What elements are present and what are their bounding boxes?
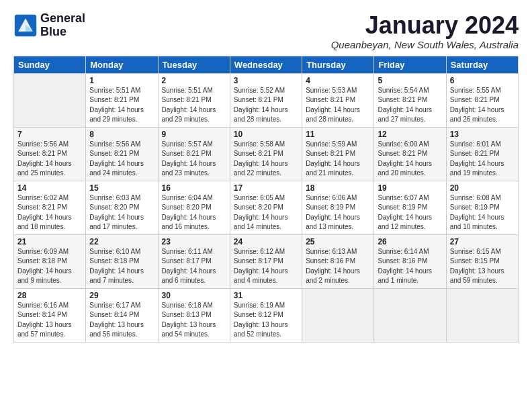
week-row-5: 28Sunrise: 6:16 AM Sunset: 8:14 PM Dayli… xyxy=(14,288,519,342)
header-day-tuesday: Tuesday xyxy=(158,56,230,73)
day-cell-9: 9Sunrise: 5:57 AM Sunset: 8:21 PM Daylig… xyxy=(158,127,230,181)
logo-line2: Blue xyxy=(40,26,85,39)
day-number: 19 xyxy=(378,183,442,193)
day-number: 13 xyxy=(450,130,515,139)
week-row-2: 7Sunrise: 5:56 AM Sunset: 8:21 PM Daylig… xyxy=(14,127,519,181)
day-cell-1: 1Sunrise: 5:51 AM Sunset: 8:21 PM Daylig… xyxy=(86,73,158,127)
day-cell-27: 27Sunrise: 6:15 AM Sunset: 8:15 PM Dayli… xyxy=(446,234,518,288)
title-block: January 2024 Queanbeyan, New South Wales… xyxy=(331,12,519,50)
day-cell-8: 8Sunrise: 5:56 AM Sunset: 8:21 PM Daylig… xyxy=(86,127,158,181)
day-cell-20: 20Sunrise: 6:08 AM Sunset: 8:19 PM Dayli… xyxy=(446,181,518,234)
day-info: Sunrise: 6:14 AM Sunset: 8:16 PM Dayligh… xyxy=(378,247,442,286)
day-number: 23 xyxy=(162,237,226,246)
day-info: Sunrise: 6:17 AM Sunset: 8:14 PM Dayligh… xyxy=(89,301,154,340)
calendar-subtitle: Queanbeyan, New South Wales, Australia xyxy=(331,39,519,50)
day-number: 3 xyxy=(234,76,298,85)
week-row-1: 1Sunrise: 5:51 AM Sunset: 8:21 PM Daylig… xyxy=(14,73,519,127)
day-info: Sunrise: 5:53 AM Sunset: 8:21 PM Dayligh… xyxy=(306,86,370,125)
day-info: Sunrise: 5:59 AM Sunset: 8:21 PM Dayligh… xyxy=(306,140,370,179)
day-number: 1 xyxy=(89,76,154,85)
day-info: Sunrise: 5:55 AM Sunset: 8:21 PM Dayligh… xyxy=(450,86,515,125)
day-info: Sunrise: 6:18 AM Sunset: 8:13 PM Dayligh… xyxy=(162,301,226,340)
day-cell-5: 5Sunrise: 5:54 AM Sunset: 8:21 PM Daylig… xyxy=(374,73,446,127)
empty-cell xyxy=(302,288,374,342)
day-info: Sunrise: 6:12 AM Sunset: 8:17 PM Dayligh… xyxy=(234,247,298,286)
day-info: Sunrise: 6:05 AM Sunset: 8:20 PM Dayligh… xyxy=(234,193,298,232)
calendar-body: 1Sunrise: 5:51 AM Sunset: 8:21 PM Daylig… xyxy=(14,73,519,342)
day-info: Sunrise: 5:52 AM Sunset: 8:21 PM Dayligh… xyxy=(234,86,298,125)
day-info: Sunrise: 6:13 AM Sunset: 8:16 PM Dayligh… xyxy=(306,247,370,286)
day-cell-12: 12Sunrise: 6:00 AM Sunset: 8:21 PM Dayli… xyxy=(374,127,446,181)
page: General Blue January 2024 Queanbeyan, Ne… xyxy=(0,0,532,411)
day-number: 11 xyxy=(306,130,370,139)
day-info: Sunrise: 5:56 AM Sunset: 8:21 PM Dayligh… xyxy=(17,140,82,179)
day-cell-2: 2Sunrise: 5:51 AM Sunset: 8:21 PM Daylig… xyxy=(158,73,230,127)
header-row-days: SundayMondayTuesdayWednesdayThursdayFrid… xyxy=(14,56,519,73)
header-day-thursday: Thursday xyxy=(302,56,374,73)
logo: General Blue xyxy=(13,12,85,39)
day-info: Sunrise: 6:09 AM Sunset: 8:18 PM Dayligh… xyxy=(17,247,82,286)
day-number: 21 xyxy=(17,237,82,246)
day-number: 6 xyxy=(450,76,515,85)
day-cell-21: 21Sunrise: 6:09 AM Sunset: 8:18 PM Dayli… xyxy=(14,234,86,288)
day-cell-26: 26Sunrise: 6:14 AM Sunset: 8:16 PM Dayli… xyxy=(374,234,446,288)
day-cell-29: 29Sunrise: 6:17 AM Sunset: 8:14 PM Dayli… xyxy=(86,288,158,342)
day-info: Sunrise: 5:57 AM Sunset: 8:21 PM Dayligh… xyxy=(162,140,226,179)
day-cell-23: 23Sunrise: 6:11 AM Sunset: 8:17 PM Dayli… xyxy=(158,234,230,288)
calendar-title: January 2024 xyxy=(331,12,519,39)
day-info: Sunrise: 5:51 AM Sunset: 8:21 PM Dayligh… xyxy=(162,86,226,125)
day-info: Sunrise: 6:08 AM Sunset: 8:19 PM Dayligh… xyxy=(450,193,515,232)
header-day-saturday: Saturday xyxy=(446,56,518,73)
day-info: Sunrise: 6:19 AM Sunset: 8:12 PM Dayligh… xyxy=(234,301,298,340)
day-number: 30 xyxy=(162,291,226,300)
day-cell-30: 30Sunrise: 6:18 AM Sunset: 8:13 PM Dayli… xyxy=(158,288,230,342)
logo-text: General Blue xyxy=(40,12,85,39)
day-cell-6: 6Sunrise: 5:55 AM Sunset: 8:21 PM Daylig… xyxy=(446,73,518,127)
day-cell-22: 22Sunrise: 6:10 AM Sunset: 8:18 PM Dayli… xyxy=(86,234,158,288)
day-cell-7: 7Sunrise: 5:56 AM Sunset: 8:21 PM Daylig… xyxy=(14,127,86,181)
day-number: 17 xyxy=(234,183,298,193)
day-number: 31 xyxy=(234,291,298,300)
day-info: Sunrise: 6:15 AM Sunset: 8:15 PM Dayligh… xyxy=(450,247,515,286)
day-cell-13: 13Sunrise: 6:01 AM Sunset: 8:21 PM Dayli… xyxy=(446,127,518,181)
day-number: 2 xyxy=(162,76,226,85)
day-number: 27 xyxy=(450,237,515,246)
day-number: 28 xyxy=(17,291,82,300)
day-number: 18 xyxy=(306,183,370,193)
day-cell-16: 16Sunrise: 6:04 AM Sunset: 8:20 PM Dayli… xyxy=(158,181,230,234)
day-info: Sunrise: 6:16 AM Sunset: 8:14 PM Dayligh… xyxy=(17,301,82,340)
day-info: Sunrise: 6:07 AM Sunset: 8:19 PM Dayligh… xyxy=(378,193,442,232)
day-cell-14: 14Sunrise: 6:02 AM Sunset: 8:21 PM Dayli… xyxy=(14,181,86,234)
calendar-header: SundayMondayTuesdayWednesdayThursdayFrid… xyxy=(14,56,519,73)
day-number: 15 xyxy=(89,183,154,193)
day-number: 14 xyxy=(17,183,82,193)
day-cell-28: 28Sunrise: 6:16 AM Sunset: 8:14 PM Dayli… xyxy=(14,288,86,342)
empty-cell xyxy=(374,288,446,342)
week-row-3: 14Sunrise: 6:02 AM Sunset: 8:21 PM Dayli… xyxy=(14,181,519,234)
day-info: Sunrise: 6:04 AM Sunset: 8:20 PM Dayligh… xyxy=(162,193,226,232)
day-info: Sunrise: 5:51 AM Sunset: 8:21 PM Dayligh… xyxy=(89,86,154,125)
day-number: 9 xyxy=(162,130,226,139)
day-info: Sunrise: 5:54 AM Sunset: 8:21 PM Dayligh… xyxy=(378,86,442,125)
day-number: 25 xyxy=(306,237,370,246)
day-number: 20 xyxy=(450,183,515,193)
day-cell-11: 11Sunrise: 5:59 AM Sunset: 8:21 PM Dayli… xyxy=(302,127,374,181)
empty-cell xyxy=(446,288,518,342)
header-day-sunday: Sunday xyxy=(14,56,86,73)
day-info: Sunrise: 6:03 AM Sunset: 8:20 PM Dayligh… xyxy=(89,193,154,232)
day-cell-31: 31Sunrise: 6:19 AM Sunset: 8:12 PM Dayli… xyxy=(230,288,302,342)
day-cell-24: 24Sunrise: 6:12 AM Sunset: 8:17 PM Dayli… xyxy=(230,234,302,288)
day-info: Sunrise: 6:02 AM Sunset: 8:21 PM Dayligh… xyxy=(17,193,82,232)
day-number: 7 xyxy=(17,130,82,139)
day-cell-3: 3Sunrise: 5:52 AM Sunset: 8:21 PM Daylig… xyxy=(230,73,302,127)
day-number: 26 xyxy=(378,237,442,246)
day-number: 29 xyxy=(89,291,154,300)
day-cell-25: 25Sunrise: 6:13 AM Sunset: 8:16 PM Dayli… xyxy=(302,234,374,288)
day-info: Sunrise: 6:00 AM Sunset: 8:21 PM Dayligh… xyxy=(378,140,442,179)
day-info: Sunrise: 6:10 AM Sunset: 8:18 PM Dayligh… xyxy=(89,247,154,286)
day-number: 8 xyxy=(89,130,154,139)
day-cell-19: 19Sunrise: 6:07 AM Sunset: 8:19 PM Dayli… xyxy=(374,181,446,234)
empty-cell xyxy=(14,73,86,127)
day-cell-15: 15Sunrise: 6:03 AM Sunset: 8:20 PM Dayli… xyxy=(86,181,158,234)
logo-icon xyxy=(13,13,38,38)
